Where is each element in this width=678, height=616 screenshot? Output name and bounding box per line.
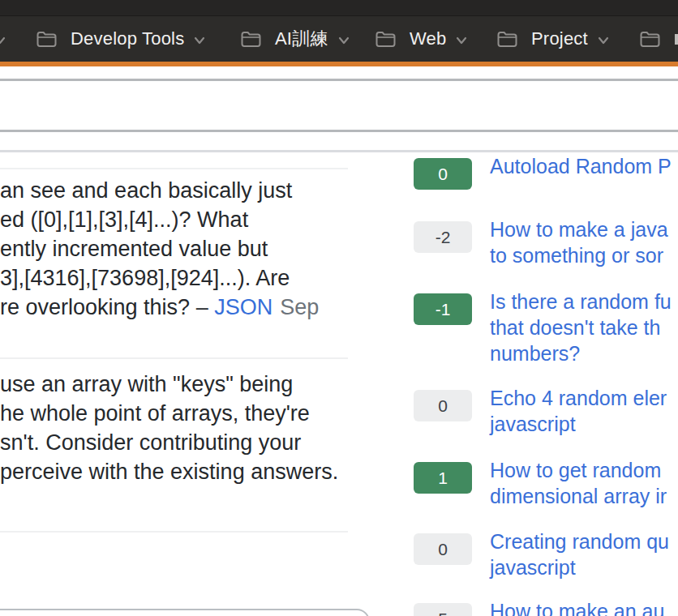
- comment-text-line: he whole point of arrays, they're: [0, 399, 338, 428]
- chevron-down-icon: [456, 28, 467, 49]
- related-question-row: 0Autoload Random P: [414, 158, 672, 190]
- related-question-title-line[interactable]: that doesn't take th: [490, 314, 672, 340]
- related-question-title-line[interactable]: dimensional array ir: [490, 483, 667, 509]
- vote-count-badge: 0: [414, 158, 472, 190]
- related-question-title-line[interactable]: How to make a java: [490, 216, 668, 242]
- bookmark-folder-partial[interactable]: [639, 16, 661, 62]
- related-question-link[interactable]: Echo 4 random elerjavascript: [490, 385, 667, 437]
- related-question-row: -2How to make a javato something or sor: [414, 221, 668, 268]
- comment-text-line: 3],[4316],[73698],[924]...). Are: [0, 263, 319, 293]
- tab-strip: [0, 0, 678, 16]
- related-question-link[interactable]: How to make an au: [490, 598, 664, 616]
- comment: use an array with "keys" beinghe whole p…: [0, 370, 338, 486]
- comment-divider: [0, 168, 348, 169]
- bookmark-label: Develop Tools: [71, 28, 184, 49]
- folder-icon: [496, 30, 518, 49]
- bookmark-folder-develop-tools[interactable]: Develop Tools: [36, 16, 205, 62]
- bookmark-label: Web: [410, 28, 446, 49]
- comment-text-line: sn't. Consider contributing your: [0, 428, 338, 457]
- chevron-down-icon: [194, 28, 205, 49]
- related-question-link[interactable]: Is there a random futhat doesn't take th…: [490, 289, 672, 366]
- vote-count-badge: -2: [414, 221, 472, 253]
- toolbar-border: [0, 79, 678, 81]
- comment: an see and each basically justed ([0],[1…: [0, 176, 319, 322]
- related-question-title-line[interactable]: javascript: [490, 554, 669, 580]
- related-question-link[interactable]: Autoload Random P: [490, 153, 672, 179]
- related-question-row: 1How to get randomdimensional array ir: [414, 462, 667, 509]
- related-question-title-line[interactable]: How to make an au: [490, 598, 664, 616]
- vote-count-badge: 0: [414, 533, 472, 565]
- bookmark-label-fragment: [675, 34, 678, 45]
- comment-author-link[interactable]: JSON: [214, 295, 272, 319]
- comment-text-line: an see and each basically just: [0, 176, 319, 205]
- comment-divider: [0, 531, 348, 533]
- related-question-title-line[interactable]: Is there a random fu: [490, 289, 672, 314]
- related-question-title-line[interactable]: Creating random qu: [490, 528, 669, 554]
- comment-text: re overlooking this? –: [0, 295, 214, 319]
- related-question-link[interactable]: Creating random qujavascript: [490, 528, 669, 580]
- related-question-title-line[interactable]: numbers?: [490, 340, 672, 366]
- vote-count-badge: 5: [414, 603, 472, 616]
- content-top-border: [0, 150, 678, 152]
- related-question-title-line[interactable]: Echo 4 random eler: [490, 385, 667, 411]
- page-header-border: [0, 130, 678, 132]
- related-question-title-line[interactable]: to something or sor: [490, 242, 668, 268]
- related-question-title-line[interactable]: Autoload Random P: [490, 153, 672, 179]
- bookmark-folder-project[interactable]: Project: [496, 16, 609, 62]
- bookmark-label: AI訓練: [275, 27, 328, 51]
- comment-text-line: ed ([0],[1],[3],[4]...)? What: [0, 205, 319, 234]
- related-question-title-line[interactable]: javascript: [490, 411, 667, 437]
- bookmark-label: Project: [531, 28, 588, 49]
- bookmarks-bar: Develop ToolsAI訓練WebProject: [0, 0, 678, 62]
- related-question-title-line[interactable]: How to get random: [490, 457, 667, 483]
- bookmark-folder-web[interactable]: Web: [375, 16, 467, 62]
- related-question-row: 0Creating random qujavascript: [414, 533, 669, 580]
- related-question-row: -1Is there a random futhat doesn't take …: [414, 293, 672, 366]
- related-question-link[interactable]: How to get randomdimensional array ir: [490, 457, 667, 509]
- screen: Develop ToolsAI訓練WebProject an see and e…: [0, 0, 678, 616]
- tab-group-accent-bar: [0, 62, 678, 66]
- comment-divider: [0, 357, 348, 359]
- comment-text-line: re overlooking this? – JSONSep: [0, 293, 319, 322]
- related-question-row: 0Echo 4 random elerjavascript: [414, 390, 667, 437]
- related-question-row: 5How to make an au: [414, 603, 664, 616]
- comment-text-line: use an array with "keys" being: [0, 370, 338, 399]
- bookmark-folder-ai-training[interactable]: AI訓練: [240, 16, 350, 62]
- folder-icon: [639, 30, 661, 49]
- vote-count-badge: 1: [414, 462, 472, 494]
- comment-date: Sep: [280, 295, 319, 319]
- vote-count-badge: -1: [414, 293, 472, 325]
- folder-icon: [240, 30, 262, 49]
- chevron-down-icon: [598, 28, 609, 49]
- chevron-down-icon: [0, 33, 6, 48]
- vote-count-badge: 0: [414, 390, 472, 421]
- comment-text-line: perceive with the existing answers.: [0, 457, 338, 486]
- add-comment-box[interactable]: [0, 609, 370, 616]
- comment-text-line: ently incremented value but: [0, 234, 319, 263]
- chevron-down-icon: [338, 28, 350, 49]
- related-question-link[interactable]: How to make a javato something or sor: [490, 216, 668, 268]
- folder-icon: [36, 30, 58, 49]
- folder-icon: [375, 30, 397, 49]
